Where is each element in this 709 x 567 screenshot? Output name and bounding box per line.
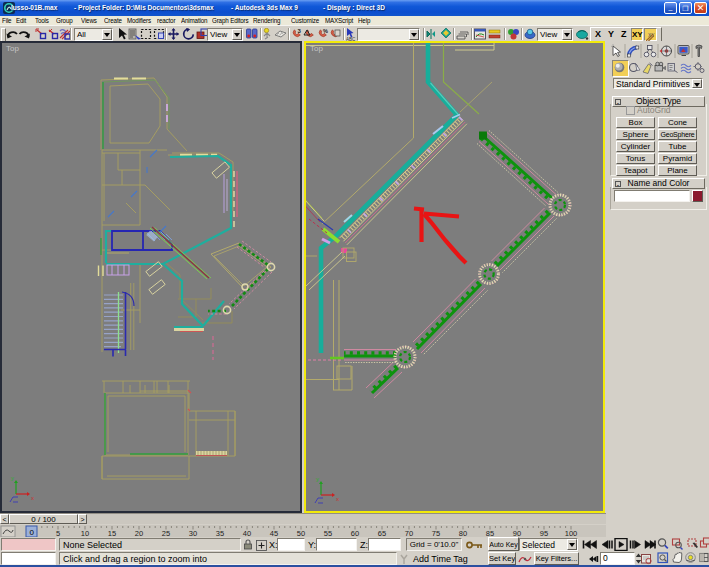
svg-text:XY: XY bbox=[648, 32, 655, 38]
svg-text:%: % bbox=[323, 28, 328, 34]
svg-text:0: 0 bbox=[30, 528, 35, 537]
svg-text:3: 3 bbox=[298, 28, 302, 34]
